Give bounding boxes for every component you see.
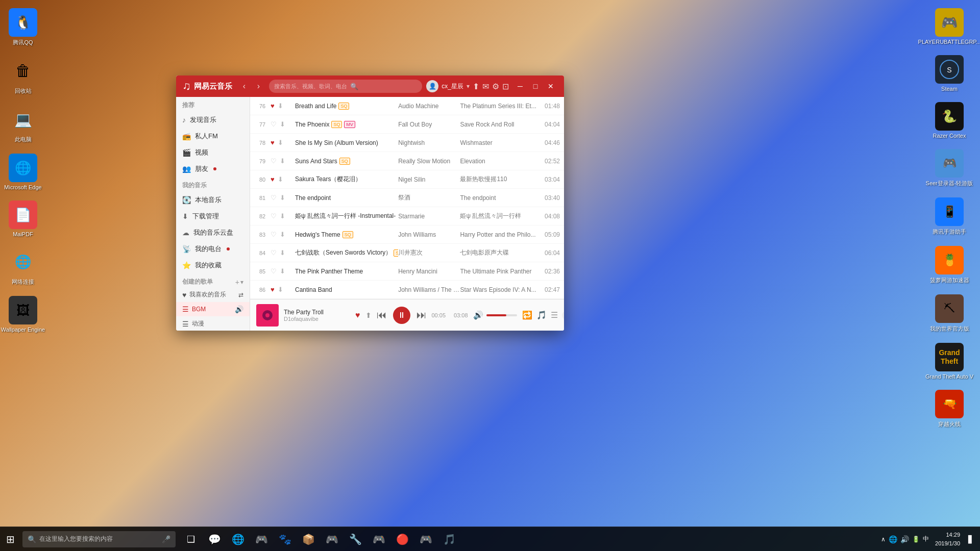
player-like-button[interactable]: ♥: [355, 311, 360, 320]
desktop-icon-steam[interactable]: S Steam: [924, 52, 975, 95]
playlist-button[interactable]: ☰: [551, 310, 558, 320]
desktop-icon-edge[interactable]: 🌐 Microsoft Edge: [5, 151, 41, 193]
taskbar-battery-icon[interactable]: 🔋: [912, 536, 920, 543]
taskbar-unknown5[interactable]: 🎮: [368, 528, 390, 550]
mini-mode-icon[interactable]: ⊡: [502, 82, 509, 91]
volume-bar[interactable]: [486, 314, 517, 316]
desktop-icon-qq[interactable]: 🐧 腾讯QQ: [5, 5, 41, 49]
table-row[interactable]: 85 ♡ ⬇ The Pink Panther Theme Henry Manc…: [250, 262, 564, 281]
desktop-icon-cf[interactable]: 🔫 穿越火线: [924, 387, 975, 431]
settings-icon[interactable]: ⚙: [492, 82, 499, 91]
created-playlists-header[interactable]: 创建的歌单 + ▾: [176, 273, 250, 287]
sidebar-playlist-anime[interactable]: ☰ 动漫: [176, 316, 250, 331]
song-title[interactable]: Suns And Stars SQ: [295, 158, 398, 165]
desktop-icon-gta[interactable]: Grand Theft Grand Theft Auto V: [924, 340, 975, 383]
table-row[interactable]: 83 ♡ ⬇ Hedwig's Theme SQ John Williams H…: [250, 226, 564, 244]
taskbar-clock[interactable]: 14:29 2019/1/30: [931, 531, 964, 547]
taskbar-unknown6[interactable]: 🔴: [391, 528, 413, 550]
song-title[interactable]: Sakura Tears（樱花泪）: [295, 175, 398, 184]
search-icon[interactable]: 🔍: [350, 83, 358, 90]
sidebar-item-discover[interactable]: ♪ 发现音乐: [176, 112, 250, 128]
desktop-icon-seer[interactable]: 🎮 Seer登录器-轻游版: [924, 146, 975, 190]
download-button[interactable]: ⬇: [280, 231, 285, 238]
taskbar-volume-sys-icon[interactable]: 🔊: [900, 535, 909, 543]
sidebar-item-cloudmusic[interactable]: ☁ 我的音乐云盘: [176, 224, 250, 241]
song-title[interactable]: Breath and Life SQ: [295, 103, 398, 110]
table-row[interactable]: 78 ♥ ⬇ She Is My Sin (Album Version) Nig…: [250, 134, 564, 152]
like-button[interactable]: ♥: [271, 102, 275, 110]
download-button[interactable]: ⬇: [278, 176, 283, 183]
user-dropdown-icon[interactable]: ▾: [467, 83, 470, 90]
like-button[interactable]: ♡: [271, 267, 277, 275]
taskbar-edge[interactable]: 🌐: [227, 528, 249, 550]
desktop-icon-mypc[interactable]: 💻 此电脑: [5, 102, 41, 146]
sidebar-playlist-bgm[interactable]: ☰ BGM 🔊: [176, 302, 250, 316]
close-button[interactable]: ✕: [544, 79, 558, 93]
sidebar-item-download[interactable]: ⬇ 下载管理: [176, 208, 250, 224]
taskbar-steam[interactable]: 🎮: [250, 528, 273, 550]
table-row[interactable]: 81 ♡ ⬇ The endpoint 祭酒 The endpoint 03:4…: [250, 189, 564, 207]
download-button[interactable]: ⬇: [280, 120, 285, 128]
song-title[interactable]: 七剑战歌（Seven Swords Victory） SQ: [295, 248, 398, 257]
like-button[interactable]: ♡: [271, 194, 277, 202]
like-button[interactable]: ♡: [271, 231, 277, 238]
nav-back-button[interactable]: ‹: [238, 80, 251, 92]
taskbar-unknown1[interactable]: 🐾: [274, 528, 296, 550]
song-title[interactable]: 姫ψ 乱然流々詞一行样 -Instrumental-: [295, 212, 398, 220]
user-avatar[interactable]: 👤: [426, 80, 438, 92]
download-button[interactable]: ⬇: [280, 194, 285, 202]
message-icon[interactable]: ✉: [482, 82, 489, 91]
transfer-icon[interactable]: ⇄: [238, 291, 243, 298]
lyrics-button[interactable]: 🎵: [536, 310, 547, 320]
desktop-icon-pubg[interactable]: 🎮 PLAYERUBATTLEGRP...: [924, 5, 975, 48]
table-row[interactable]: 77 ♡ ⬇ The Phoenix SQ MV Fall Out Boy Sa…: [250, 115, 564, 134]
taskbar-unknown7[interactable]: 🎮: [414, 528, 437, 550]
start-button[interactable]: ⊞: [0, 529, 20, 549]
download-button[interactable]: ⬇: [278, 286, 283, 293]
song-title[interactable]: The Phoenix SQ MV: [295, 121, 398, 128]
upload-icon[interactable]: ⬆: [473, 82, 479, 91]
desktop-icon-wallpaper[interactable]: 🖼 Wallpaper Engine: [5, 293, 41, 336]
like-button[interactable]: ♥: [271, 176, 275, 183]
song-title[interactable]: Hedwig's Theme SQ: [295, 231, 398, 238]
taskbar-chevron-icon[interactable]: ∧: [881, 536, 886, 543]
like-button[interactable]: ♡: [271, 212, 277, 220]
table-row[interactable]: 84 ♡ ⬇ 七剑战歌（Seven Swords Victory） SQ 川井憲…: [250, 244, 564, 262]
loop-button[interactable]: 🔁: [522, 310, 532, 320]
sidebar-item-friends[interactable]: 👥 朋友: [176, 161, 250, 177]
like-button[interactable]: ♡: [271, 249, 277, 257]
search-bar[interactable]: 搜索音乐、视频、歌词、电台 🔍: [269, 80, 423, 93]
desktop-icon-minecraft[interactable]: ⛏ 我的世界官方版: [924, 291, 975, 336]
next-button[interactable]: ⏭: [416, 309, 427, 321]
expand-playlists-icon[interactable]: ▾: [240, 279, 243, 286]
taskbar-show-desktop-button[interactable]: ▋: [966, 535, 976, 543]
minimize-button[interactable]: ─: [513, 79, 527, 93]
download-button[interactable]: ⬇: [278, 139, 283, 146]
desktop-icon-pineapple[interactable]: 🍍 菠萝网游加速器: [924, 243, 975, 287]
table-row[interactable]: 82 ♡ ⬇ 姫ψ 乱然流々詞一行样 -Instrumental- Starma…: [250, 207, 564, 226]
download-button[interactable]: ⬇: [280, 267, 285, 275]
nav-forward-button[interactable]: ›: [253, 80, 265, 92]
sidebar-item-localmusic[interactable]: 💽 本地音乐: [176, 192, 250, 208]
like-button[interactable]: ♡: [271, 157, 277, 165]
song-title[interactable]: The Pink Panther Theme: [295, 268, 398, 275]
prev-button[interactable]: ⏮: [377, 309, 387, 321]
download-button[interactable]: ⬇: [280, 157, 285, 165]
download-button[interactable]: ⬇: [280, 249, 285, 257]
desktop-icon-razer[interactable]: 🐍 Razer Cortex: [924, 99, 975, 142]
sidebar-item-radio[interactable]: 📻 私人FM: [176, 128, 250, 144]
sidebar-item-radio-station[interactable]: 📡 我的电台: [176, 241, 250, 257]
taskbar-unknown2[interactable]: 📦: [297, 528, 320, 550]
like-button[interactable]: ♡: [271, 120, 277, 128]
taskbar-unknown3[interactable]: 🎮: [321, 528, 343, 550]
taskbar-task-view[interactable]: ❑: [180, 528, 202, 550]
taskbar-mic-icon[interactable]: 🎤: [162, 535, 170, 543]
like-button[interactable]: ♥: [271, 139, 275, 146]
download-button[interactable]: ⬇: [280, 212, 285, 220]
like-button[interactable]: ♥: [271, 286, 275, 293]
download-button[interactable]: ⬇: [278, 102, 283, 110]
taskbar-music[interactable]: 🎵: [438, 528, 460, 550]
song-title[interactable]: The endpoint: [295, 194, 398, 202]
song-title[interactable]: Cantina Band: [295, 286, 398, 293]
sidebar-item-collection[interactable]: ⭐ 我的收藏: [176, 257, 250, 273]
